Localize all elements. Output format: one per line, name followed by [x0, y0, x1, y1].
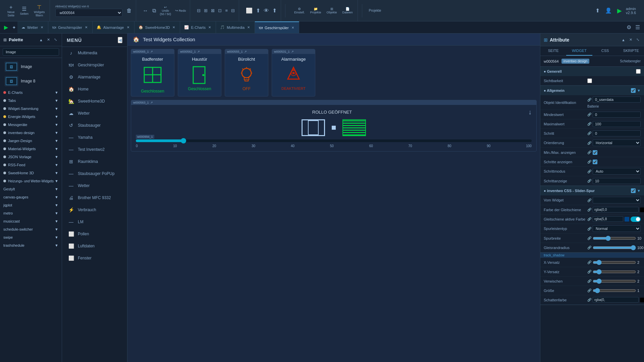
- palette-cat-json[interactable]: JSON Vorlage ▼: [0, 153, 62, 161]
- schritte-checkbox[interactable]: [593, 160, 597, 164]
- tab-multimedia[interactable]: 🎵 Multimedia ✕: [216, 21, 255, 34]
- settings-tab-icon[interactable]: ⚙: [625, 23, 633, 32]
- menu-item-verbrauch[interactable]: ⚡ Verbrauch: [62, 204, 127, 216]
- palette-cat-inventwo[interactable]: inventwo design ▼: [0, 129, 62, 137]
- align-bottom-icon[interactable]: ⊡: [217, 7, 223, 14]
- tab-echarts-close[interactable]: ✕: [208, 25, 212, 29]
- menu-item-lm[interactable]: — LM: [62, 216, 127, 228]
- tab-wetter-close[interactable]: ✕: [40, 25, 44, 29]
- play-button[interactable]: ▶: [616, 6, 623, 16]
- palette-cat-echarts[interactable]: E-Charts ▼: [0, 88, 62, 97]
- menu-item-pollen[interactable]: ⬜ Pollen: [62, 228, 127, 240]
- dateien-button[interactable]: 📄 Dateien: [340, 6, 355, 15]
- attr-close-icon[interactable]: ✕: [628, 36, 634, 43]
- palette-cat-energie[interactable]: Energie-Widgets ▼: [0, 113, 62, 121]
- tab-sweethome3d[interactable]: 🏠 SweetHome3D ✕: [135, 21, 180, 34]
- expand-icon[interactable]: ⬆: [594, 6, 601, 15]
- seiten-button[interactable]: ☰ Seiten: [18, 4, 31, 17]
- palette-cat-heizung[interactable]: Heizungs- und Wetter-Widgets ▼: [0, 177, 62, 185]
- menu-collapse-button[interactable]: ◀: [118, 37, 122, 43]
- distribute-h-icon[interactable]: ≡: [224, 7, 229, 14]
- palette-up-icon[interactable]: ▲: [38, 36, 44, 43]
- delete-widget-button[interactable]: 🗑: [125, 6, 133, 15]
- widgets-filtern-button[interactable]: ⊤ Widgets filtern: [32, 3, 47, 18]
- menu-item-sweethome[interactable]: 🏡 SweetHome3D: [62, 95, 127, 107]
- schritt-input[interactable]: [593, 130, 641, 136]
- neue-seite-button[interactable]: + Neue Seite: [5, 3, 17, 18]
- grosse-slider[interactable]: [593, 288, 636, 293]
- align-top-icon[interactable]: ⊞: [203, 7, 209, 14]
- menu-item-luftdaten[interactable]: ⬜ Luftdaten: [62, 240, 127, 252]
- tab-geschirrspuler-1[interactable]: 🍽 Geschirrspüler ✕: [48, 21, 93, 34]
- menu-item-wetter2[interactable]: — Wetter: [62, 180, 127, 192]
- attr-section-slider-spur-header[interactable]: ● inventwo CSS - Slider-Spur ▼: [540, 186, 644, 195]
- slider-spur-checkbox[interactable]: [631, 188, 636, 193]
- widget-selector[interactable]: w000564: [55, 9, 122, 17]
- palette-cat-sweethome[interactable]: SweetHome 3D ▼: [0, 169, 62, 177]
- preview-icon[interactable]: ⬜: [245, 6, 254, 15]
- gleitschiene-aktiv-input[interactable]: [593, 216, 623, 222]
- palette-cat-canvas[interactable]: canvas-gauges ▼: [0, 193, 62, 201]
- palette-cat-metro[interactable]: metro ▼: [0, 209, 62, 217]
- palette-cat-material[interactable]: Material-Widgets ▼: [0, 145, 62, 153]
- menu-item-multimedia[interactable]: ♪ Multimedia: [62, 47, 127, 59]
- attr-tab-seite[interactable]: SEITE: [540, 46, 566, 56]
- palette-cat-musiccast[interactable]: musiccast ▼: [0, 217, 62, 225]
- menu-item-raumklima[interactable]: ⊞ Raumklima: [62, 156, 127, 168]
- copy-icon[interactable]: ⧉: [151, 6, 157, 15]
- palette-cat-rss[interactable]: RSS-Feed ▼: [0, 161, 62, 169]
- objekt-id-input[interactable]: [593, 97, 641, 103]
- palette-cat-tabs[interactable]: Tabs ▼: [0, 97, 62, 105]
- orientierung-select[interactable]: Horizontal Vertikal: [593, 139, 641, 146]
- menu-item-staubsauger[interactable]: ↺ Staubsauger: [62, 119, 127, 131]
- attr-section-generell-header[interactable]: ● Generell: [540, 67, 644, 76]
- spurleistentyp-select[interactable]: Normal: [593, 225, 641, 232]
- palette-detach-icon[interactable]: ⤡: [53, 36, 58, 43]
- palette-search-input[interactable]: [3, 48, 59, 56]
- palette-cat-jaeger[interactable]: Jaeger-Design ▼: [0, 137, 62, 145]
- user-icon[interactable]: 👤: [604, 6, 613, 15]
- schattenfarbe-swatch[interactable]: [640, 298, 644, 302]
- tab-multimedia-close[interactable]: ✕: [247, 25, 251, 29]
- palette-cat-jqplot[interactable]: jqplot ▼: [0, 201, 62, 209]
- menu-item-geschirrspuler[interactable]: 🍽 Geschirrspüler: [62, 59, 127, 71]
- min-max-checkbox[interactable]: [593, 150, 597, 155]
- schrittmodus-select[interactable]: Auto: [593, 168, 641, 175]
- attr-detach-icon[interactable]: ⤡: [635, 36, 641, 43]
- menu-item-staubsauger-popup[interactable]: — Staubsauger PoPUp: [62, 168, 127, 180]
- tab-geschirrspuler-2-close[interactable]: ✕: [291, 26, 295, 29]
- widget-card-burolicht[interactable]: w000555_1 ↗ Bürolicht: [225, 49, 268, 97]
- attr-tab-widget[interactable]: WIDGET: [566, 46, 592, 56]
- attr-tab-css[interactable]: CSS: [592, 46, 618, 56]
- tab-geschirrspuler-1-close[interactable]: ✕: [84, 25, 88, 29]
- widget-card-badfenster[interactable]: w000565_1 ↗ Badfenster Geschlossen: [131, 49, 174, 97]
- align-left-icon[interactable]: ⊟: [196, 7, 202, 14]
- tab-sweethome3d-close[interactable]: ✕: [172, 25, 176, 29]
- palette-cat-gestylt[interactable]: Gestylt ▼: [0, 185, 62, 193]
- verwischen-slider[interactable]: [593, 279, 636, 284]
- palette-cat-schedule[interactable]: schedule-switcher ▼: [0, 225, 62, 233]
- palette-cat-trash[interactable]: trashshedule ▼: [0, 241, 62, 249]
- slider-thumb[interactable]: [181, 138, 186, 143]
- align-right-icon[interactable]: ⊠: [210, 7, 216, 14]
- attr-up-icon[interactable]: ▲: [620, 36, 627, 43]
- projekte-button[interactable]: 📁 Projekte: [308, 6, 323, 15]
- menu-item-yamaha[interactable]: — Yamaha: [62, 131, 127, 143]
- spurbreite-slider[interactable]: [593, 236, 636, 241]
- tab-alarmanlage-close[interactable]: ✕: [126, 25, 130, 29]
- palette-cat-widget-sammlung[interactable]: Widget-Sammlung ▼: [0, 105, 62, 113]
- tab-echarts[interactable]: 📈 E-Charts ✕: [180, 21, 216, 34]
- tab-alarmanlage[interactable]: 🔔 Alarmanlage ✕: [93, 21, 135, 34]
- widget-card-alarmanlage[interactable]: w000531_1 ↗ Alarmanlage DEAKT: [272, 49, 315, 97]
- gleisrandradius-slider[interactable]: [593, 245, 636, 250]
- farbe-gleitschiene-input[interactable]: [593, 207, 639, 213]
- schrittanzeige-input[interactable]: [593, 178, 641, 184]
- menu-item-home[interactable]: 🏠 Home: [62, 83, 127, 95]
- x-versatz-slider[interactable]: [593, 260, 636, 265]
- upload-icon[interactable]: ⬆: [271, 6, 278, 15]
- menu-item-fenster[interactable]: ⬜ Fenster: [62, 252, 127, 264]
- export-icon[interactable]: ⬆: [255, 6, 262, 15]
- maximalwert-input[interactable]: [593, 121, 641, 127]
- distribute-v-icon[interactable]: ⊟: [230, 7, 236, 14]
- menu-item-wetter[interactable]: ☁ Wetter: [62, 107, 127, 119]
